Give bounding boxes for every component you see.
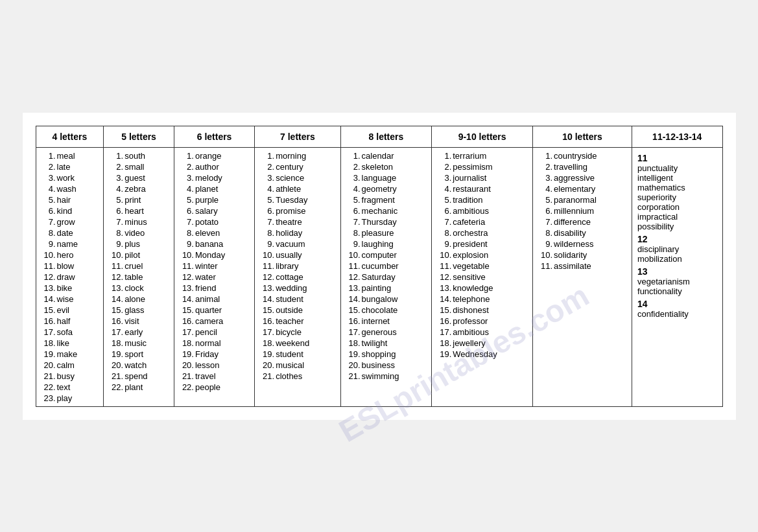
list-item: 20.musical bbox=[260, 360, 335, 371]
word: jewellery bbox=[453, 338, 486, 348]
word: camera bbox=[195, 316, 223, 326]
word: journalist bbox=[453, 173, 486, 183]
word: pencil bbox=[195, 327, 217, 337]
list-item: 18.normal bbox=[180, 338, 249, 349]
list-item: 6.heart bbox=[109, 205, 169, 216]
list-item: 16.teacher bbox=[260, 316, 335, 327]
col-content-6: 1.countryside2.travelling3.aggressive4.e… bbox=[533, 147, 632, 406]
col-content-5: 1.terrarium2.pessimism3.journalist4.rest… bbox=[432, 147, 533, 406]
item-number: 9. bbox=[180, 239, 194, 249]
word: early bbox=[124, 327, 143, 337]
word: cafeteria bbox=[453, 217, 485, 227]
item-number: 4. bbox=[437, 184, 451, 194]
item-number: 11. bbox=[260, 261, 274, 271]
item-number: 21. bbox=[41, 371, 56, 381]
item-number: 17. bbox=[260, 327, 274, 337]
item-number: 10. bbox=[437, 250, 451, 260]
word: musical bbox=[276, 360, 304, 370]
item-number: 3. bbox=[41, 173, 56, 183]
word: teacher bbox=[276, 316, 303, 326]
word: wedding bbox=[276, 283, 307, 293]
list-item: 13.knowledge bbox=[437, 283, 527, 294]
item-number: 1. bbox=[180, 151, 194, 161]
list-item: 18.like bbox=[41, 338, 99, 349]
list-item: 9.president bbox=[437, 238, 527, 249]
list-item: 1.terrarium bbox=[437, 150, 527, 161]
word: shopping bbox=[362, 349, 396, 359]
item-number: 18. bbox=[437, 338, 451, 348]
item-number: 7. bbox=[346, 217, 361, 227]
word: usually bbox=[276, 250, 302, 260]
list-item: 17.early bbox=[109, 327, 169, 338]
item-number: 4. bbox=[538, 184, 552, 194]
list-item: 21.clothes bbox=[260, 371, 335, 382]
list-item: 9.vacuum bbox=[260, 238, 335, 249]
item-number: 6. bbox=[260, 206, 274, 216]
list-item: 10.computer bbox=[346, 249, 427, 260]
word: potato bbox=[195, 217, 219, 227]
item-number: 11. bbox=[41, 261, 56, 271]
item-number: 5. bbox=[109, 195, 123, 205]
word: vegetable bbox=[453, 261, 489, 271]
list-item: 10.solidarity bbox=[538, 249, 626, 260]
item-number: 21. bbox=[260, 371, 274, 381]
word: aggressive bbox=[554, 173, 595, 183]
word: internet bbox=[362, 316, 390, 326]
item-number: 18. bbox=[346, 338, 361, 348]
word: twilight bbox=[362, 338, 388, 348]
word: lesson bbox=[195, 360, 220, 370]
section-number: 12 bbox=[637, 234, 717, 244]
list-item: 20.watch bbox=[109, 360, 169, 371]
list-item: 4.restaurant bbox=[437, 183, 527, 194]
list-item: 17.pencil bbox=[180, 327, 249, 338]
item-number: 9. bbox=[260, 239, 274, 249]
item-number: 20. bbox=[180, 360, 194, 370]
col-header-7: 11-12-13-14 bbox=[632, 126, 722, 147]
item-number: 1. bbox=[41, 151, 56, 161]
item-number: 2. bbox=[109, 162, 123, 172]
item-number: 20. bbox=[41, 360, 56, 370]
list-item: 11.cucumber bbox=[346, 260, 427, 272]
word: punctuality bbox=[637, 163, 717, 173]
word: travelling bbox=[554, 162, 587, 172]
item-number: 19. bbox=[437, 349, 451, 359]
word: vegetarianism bbox=[637, 277, 717, 286]
list-item: 11.cruel bbox=[109, 260, 169, 272]
item-number: 3. bbox=[180, 173, 194, 183]
word: ambitious bbox=[453, 327, 489, 337]
word: telephone bbox=[453, 294, 490, 304]
word: grow bbox=[57, 217, 75, 227]
item-number: 10. bbox=[109, 250, 123, 260]
word: like bbox=[57, 338, 70, 348]
word: purple bbox=[195, 195, 219, 205]
item-number: 9. bbox=[346, 239, 361, 249]
item-number: 16. bbox=[180, 316, 194, 326]
list-item: 14.telephone bbox=[437, 294, 527, 305]
word: table bbox=[124, 272, 143, 282]
word: wash bbox=[57, 184, 77, 194]
item-number: 17. bbox=[437, 327, 451, 337]
item-number: 13. bbox=[180, 283, 194, 293]
list-item: 5.purple bbox=[180, 194, 249, 205]
item-number: 10. bbox=[538, 250, 552, 260]
list-item: 1.meal bbox=[41, 150, 99, 161]
word: assimilate bbox=[554, 261, 591, 271]
item-number: 10. bbox=[346, 250, 361, 260]
col-header-2: 6 letters bbox=[174, 126, 254, 147]
word: Friday bbox=[195, 349, 219, 359]
list-item: 18.weekend bbox=[260, 338, 335, 349]
list-item: 5.hair bbox=[41, 194, 99, 205]
list-item: 6.kind bbox=[41, 205, 99, 216]
item-number: 17. bbox=[41, 327, 56, 337]
item-number: 22. bbox=[180, 382, 194, 392]
word: generous bbox=[362, 327, 397, 337]
list-item: 21.spend bbox=[109, 371, 169, 382]
list-item: 19.Wednesday bbox=[437, 349, 527, 360]
item-number: 2. bbox=[180, 162, 194, 172]
word: play bbox=[57, 393, 73, 403]
word: hair bbox=[57, 195, 71, 205]
item-number: 7. bbox=[109, 217, 123, 227]
list-item: 4.geometry bbox=[346, 183, 427, 194]
list-item: 3.guest bbox=[109, 172, 169, 183]
list-item: 22.plant bbox=[109, 382, 169, 393]
